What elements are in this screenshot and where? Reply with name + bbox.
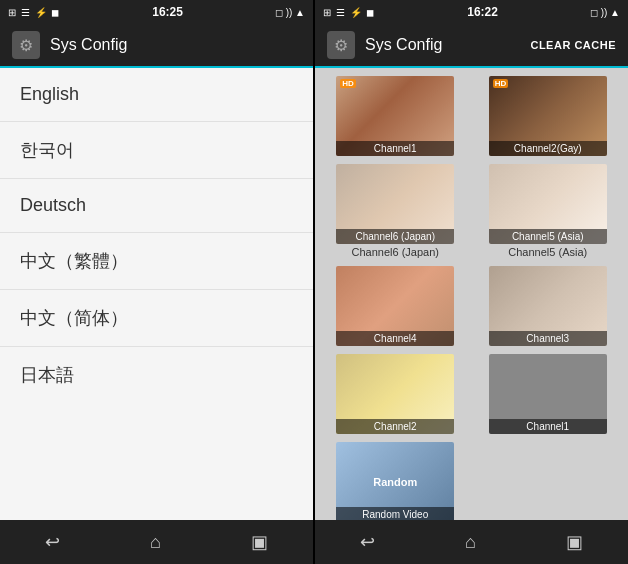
channel-thumb-3: Channel3 (489, 266, 607, 346)
home-button-right[interactable]: ⌂ (445, 524, 496, 561)
channel-label-4: Channel4 (336, 331, 454, 346)
clear-cache-button[interactable]: CLEAR CACHE (530, 39, 616, 51)
back-button-right[interactable]: ↩ (340, 523, 395, 561)
gear-icon-right: ⚙ (334, 36, 348, 55)
channel-item-gay[interactable]: HD Channel2(Gay) (476, 76, 621, 156)
channel-item-asia[interactable]: Channel5 (Asia) Channel5 (Asia) (476, 164, 621, 258)
right-status-bar: ⊞ ☰ ⚡ ◼ 16:22 ◻ )) ▲ (315, 0, 628, 24)
channel-item-japan[interactable]: Channel6 (Japan) Channel6 (Japan) (323, 164, 468, 258)
lang-item-deutsch[interactable]: Deutsch (0, 179, 313, 233)
left-phone-panel: ⊞ ☰ ⚡ ◼ 16:25 ◻ )) ▲ ⚙ Sys Config Englis… (0, 0, 313, 564)
channel-label-1b: Channel1 (489, 419, 607, 434)
app-icon-right: ⚙ (327, 31, 355, 59)
channel-item-2[interactable]: Channel2 (323, 354, 468, 434)
channel-label-1: Channel1 (336, 141, 454, 156)
left-app-bar: ⚙ Sys Config (0, 24, 313, 68)
channel-name-asia: Channel5 (Asia) (508, 246, 587, 258)
left-status-bar: ⊞ ☰ ⚡ ◼ 16:25 ◻ )) ▲ (0, 0, 313, 24)
channel-thumb-asia: Channel5 (Asia) (489, 164, 607, 244)
channel-item-random[interactable]: Random Random Video Random Video (323, 442, 468, 520)
channel-label-gay: Channel2(Gay) (489, 141, 607, 156)
right-phone-panel: ⊞ ☰ ⚡ ◼ 16:22 ◻ )) ▲ ⚙ Sys Config CLEAR … (315, 0, 628, 564)
left-time: 16:25 (152, 5, 183, 19)
channel-label-japan: Channel6 (Japan) (336, 229, 454, 244)
random-label-center: Random (373, 476, 417, 488)
lang-item-korean[interactable]: 한국어 (0, 122, 313, 179)
home-button-left[interactable]: ⌂ (130, 524, 181, 561)
channel-thumb-1b: Channel1 (489, 354, 607, 434)
left-right-status-icons: ◻ )) ▲ (275, 7, 305, 18)
hd-badge-gay: HD (493, 79, 509, 88)
channel-thumb-2: Channel2 (336, 354, 454, 434)
right-time: 16:22 (467, 5, 498, 19)
right-notification-icons: ⊞ ☰ ⚡ ◼ (323, 7, 375, 18)
lang-item-japanese[interactable]: 日本語 (0, 347, 313, 403)
right-app-bar: ⚙ Sys Config CLEAR CACHE (315, 24, 628, 68)
back-button-left[interactable]: ↩ (25, 523, 80, 561)
left-nav-bar: ↩ ⌂ ▣ (0, 520, 313, 564)
channel-item-1b[interactable]: Channel1 (476, 354, 621, 434)
language-list-container: English 한국어 Deutsch 中文（繁體） 中文（简体） 日本語 (0, 68, 313, 520)
app-icon-left: ⚙ (12, 31, 40, 59)
channel-thumb-4: Channel4 (336, 266, 454, 346)
recent-button-left[interactable]: ▣ (231, 523, 288, 561)
channel-label-asia: Channel5 (Asia) (489, 229, 607, 244)
right-right-status-icons: ◻ )) ▲ (590, 7, 620, 18)
language-list: English 한국어 Deutsch 中文（繁體） 中文（简体） 日本語 (0, 68, 313, 403)
channel-item-4[interactable]: Channel4 (323, 266, 468, 346)
channel-thumb-gay: HD Channel2(Gay) (489, 76, 607, 156)
channel-item-1[interactable]: HD Channel1 (323, 76, 468, 156)
channel-thumb-random: Random Random Video (336, 442, 454, 520)
app-title-right: Sys Config (365, 36, 520, 54)
right-signal-icons: ◻ )) ▲ (590, 7, 620, 18)
lang-item-zh-trad[interactable]: 中文（繁體） (0, 233, 313, 290)
app-title-left: Sys Config (50, 36, 301, 54)
channel-grid: HD Channel1 HD Channel2(Gay) Channel6 (J… (315, 68, 628, 520)
gear-icon-left: ⚙ (19, 36, 33, 55)
channel-thumb-1: HD Channel1 (336, 76, 454, 156)
channel-label-random: Random Video (336, 507, 454, 520)
channel-name-japan: Channel6 (Japan) (352, 246, 439, 258)
hd-badge-1: HD (340, 79, 356, 88)
channel-thumb-japan: Channel6 (Japan) (336, 164, 454, 244)
right-status-icons: ⊞ ☰ ⚡ ◼ (323, 7, 375, 18)
channel-item-3[interactable]: Channel3 (476, 266, 621, 346)
channel-label-3: Channel3 (489, 331, 607, 346)
signal-icons: ◻ )) ▲ (275, 7, 305, 18)
notification-icons: ⊞ ☰ ⚡ ◼ (8, 7, 60, 18)
lang-item-english[interactable]: English (0, 68, 313, 122)
channel-label-2: Channel2 (336, 419, 454, 434)
lang-item-zh-simp[interactable]: 中文（简体） (0, 290, 313, 347)
channel-grid-container: HD Channel1 HD Channel2(Gay) Channel6 (J… (315, 68, 628, 520)
right-nav-bar: ↩ ⌂ ▣ (315, 520, 628, 564)
left-status-icons: ⊞ ☰ ⚡ ◼ (8, 7, 60, 18)
recent-button-right[interactable]: ▣ (546, 523, 603, 561)
